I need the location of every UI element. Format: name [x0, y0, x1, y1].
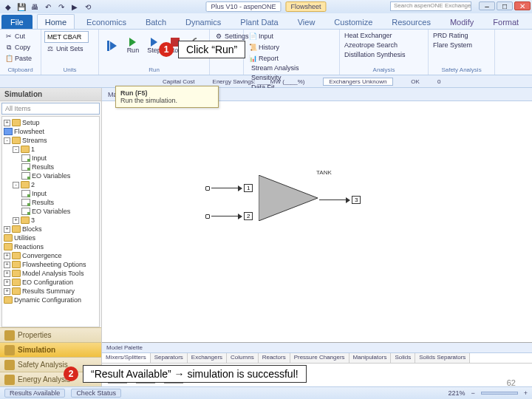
nav-tree[interactable]: +Setup Flowsheet -Streams -1 Input Resul… [1, 116, 100, 327]
tree-modeltools[interactable]: Model Analysis Tools [22, 270, 83, 277]
panel-properties[interactable]: Properties [0, 327, 101, 342]
tree-s3[interactable]: 3 [31, 216, 35, 224]
stream-2-label: 2 [244, 212, 253, 220]
tab-economics[interactable]: Economics [79, 15, 134, 29]
tab-file[interactable]: File [1, 15, 33, 29]
paltab-pressure[interactable]: Pressure Changers [290, 353, 349, 363]
status-results[interactable]: Results Available [4, 389, 65, 398]
next-icon[interactable]: ▶ [69, 1, 80, 12]
tab-batch[interactable]: Batch [138, 15, 174, 29]
save-icon[interactable]: 💾 [16, 1, 27, 12]
tab-plantdata[interactable]: Plant Data [233, 15, 285, 29]
paltab-exchangers[interactable]: Exchangers [188, 353, 227, 363]
next-button[interactable] [102, 31, 122, 61]
tab-modify[interactable]: Modify [443, 15, 481, 29]
tab-resources[interactable]: Resources [384, 15, 438, 29]
paltab-manipulators[interactable]: Manipulators [349, 353, 392, 363]
copy-button[interactable]: ⧉Copy [3, 42, 32, 52]
zoom-in-icon[interactable]: + [524, 389, 528, 397]
run-button[interactable]: Run [123, 31, 143, 61]
paste-button[interactable]: 📋Paste [3, 53, 33, 64]
home-icon[interactable]: ⟲ [83, 1, 93, 12]
tree-eovars1[interactable]: EO Variables [32, 172, 70, 180]
tree-input2[interactable]: Input [32, 190, 47, 197]
stream-3[interactable]: 3 [319, 196, 361, 204]
unitsets-button[interactable]: ⚖Unit Sets [44, 44, 85, 54]
stream-1[interactable]: 1 [205, 184, 253, 192]
tree-utilities[interactable]: Utilities [14, 234, 35, 242]
slide-number: 62 [507, 378, 516, 387]
gear-icon: ⚙ [214, 32, 223, 41]
close-icon[interactable]: ✕ [514, 1, 531, 10]
heatex-button[interactable]: Heat Exchanger [343, 31, 394, 40]
report-button[interactable]: 📊Report [247, 53, 280, 64]
distillation-button[interactable]: Distillation Synthesis [343, 50, 407, 59]
cut-label: Cut [15, 33, 25, 40]
panel-energy-label: Energy Analysis [18, 375, 70, 383]
context-tab-flowsheet[interactable]: Flowsheet [286, 1, 327, 12]
maximize-icon[interactable]: □ [497, 1, 513, 10]
tab-dynamics[interactable]: Dynamics [178, 15, 228, 29]
tree-convergence[interactable]: Convergence [22, 252, 62, 259]
stream-2[interactable]: 2 [205, 212, 253, 220]
tree-flowopts[interactable]: Flowsheeting Options [22, 261, 86, 268]
heatex-label: Heat Exchanger [344, 32, 392, 39]
svg-marker-0 [259, 175, 318, 221]
tree-setup[interactable]: Setup [22, 119, 40, 126]
prd-button[interactable]: PRD Rating [432, 31, 470, 40]
tab-home[interactable]: Home [37, 14, 75, 29]
zoom-slider[interactable] [481, 392, 518, 395]
tree-streams[interactable]: Streams [22, 137, 47, 144]
history-button[interactable]: 📜History [247, 42, 281, 52]
analysis-title: Analysis [343, 66, 425, 75]
tree-results1[interactable]: Results [32, 163, 54, 171]
report-icon: 📊 [248, 54, 257, 63]
tree-results2[interactable]: Results [32, 199, 54, 206]
app-icon: ◆ [3, 1, 13, 12]
status-check[interactable]: Check Status [71, 389, 121, 398]
paltab-separators[interactable]: Separators [151, 353, 188, 363]
azeotrope-button[interactable]: Azeotrope Search [343, 41, 399, 50]
tree-eovars2[interactable]: EO Variables [32, 208, 70, 215]
energy-icon [4, 375, 15, 385]
paste-label: Paste [15, 55, 32, 62]
search-input[interactable]: Search aspenONE Exchange [390, 1, 471, 11]
minimize-icon[interactable]: – [479, 1, 495, 10]
tab-view[interactable]: View [290, 15, 323, 29]
cut-button[interactable]: ✂Cut [3, 31, 27, 41]
tree-blocks[interactable]: Blocks [22, 225, 42, 233]
tree-eoconfig[interactable]: EO Configuration [22, 279, 73, 286]
redo-icon[interactable]: ↷ [56, 1, 66, 12]
tree-dynconfig[interactable]: Dynamic Configuration [14, 296, 81, 304]
paltab-solidssep[interactable]: Solids Separators [415, 353, 470, 363]
flare-button[interactable]: Flare System [432, 41, 474, 50]
paltab-solids[interactable]: Solids [391, 353, 415, 363]
tree-reactions[interactable]: Reactions [14, 243, 44, 250]
units-icon: ⚖ [46, 44, 55, 53]
zoom-out-icon[interactable]: − [471, 389, 474, 397]
paltab-mixers[interactable]: Mixers/Splitters [102, 353, 151, 363]
exchangers-dropdown[interactable]: Exchangers Unknown [323, 78, 394, 86]
sidebar-filter[interactable]: All Items [1, 103, 100, 115]
print-icon[interactable]: 🖶 [30, 1, 40, 12]
tree-input1[interactable]: Input [32, 154, 47, 162]
tree-s2[interactable]: 2 [31, 181, 35, 188]
tab-format[interactable]: Format [485, 15, 526, 29]
group-clipboard: ✂Cut ⧉Copy 📋Paste Clipboard [0, 30, 41, 75]
input-button[interactable]: 📄Input [247, 31, 275, 41]
tab-customize[interactable]: Customize [327, 15, 380, 29]
sidebar-title: Simulation [0, 88, 101, 101]
tree-flowsheet[interactable]: Flowsheet [14, 128, 44, 135]
paltab-columns[interactable]: Columns [227, 353, 259, 363]
tree-resultssum[interactable]: Results Summary [22, 287, 75, 295]
unitsets-label: Unit Sets [56, 45, 83, 52]
undo-icon[interactable]: ↶ [43, 1, 53, 12]
tree-s1[interactable]: 1 [31, 146, 35, 153]
paltab-reactors[interactable]: Reactors [259, 353, 290, 363]
panel-safety-label: Safety Analysis [18, 361, 68, 369]
flowsheet-canvas[interactable]: TANK 1 2 3 [102, 101, 532, 342]
streamanalysis-button[interactable]: Stream Analysis [250, 64, 301, 72]
panel-simulation[interactable]: Simulation [0, 342, 101, 357]
tank-block[interactable] [259, 175, 318, 221]
unitset-dropdown[interactable]: MET CBAR [44, 31, 89, 43]
